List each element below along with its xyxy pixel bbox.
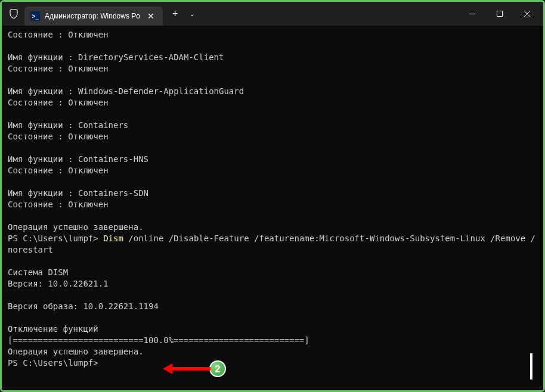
prompt-text: PS C:\Users\lumpf> [8, 234, 103, 243]
annotation-overlay: 2 [163, 360, 226, 377]
step-badge: 2 [209, 360, 226, 377]
svg-rect-0 [469, 14, 475, 14]
window-controls [459, 2, 541, 26]
terminal-output[interactable]: Состояние : Отключен Имя функции : Direc… [2, 26, 543, 390]
tab-dropdown-button[interactable]: ⌄ [185, 8, 199, 20]
cursor-indicator [530, 353, 532, 379]
svg-rect-1 [497, 11, 503, 17]
maximize-button[interactable] [486, 2, 513, 26]
tab-powershell[interactable]: >_ Администратор: Windows Po ✕ [24, 7, 163, 26]
final-prompt: PS C:\Users\lumpf> [8, 358, 98, 368]
arrow-icon [163, 363, 210, 374]
minimize-button[interactable] [459, 2, 486, 26]
tab-title: Администратор: Windows Po [45, 12, 140, 20]
command-name: Dism [103, 234, 123, 243]
close-button[interactable] [513, 2, 541, 26]
shield-icon [9, 9, 18, 18]
title-bar: >_ Администратор: Windows Po ✕ + ⌄ [2, 2, 543, 26]
new-tab-button[interactable]: + [166, 6, 184, 21]
powershell-icon: >_ [30, 11, 40, 21]
tab-close-button[interactable]: ✕ [145, 10, 157, 22]
